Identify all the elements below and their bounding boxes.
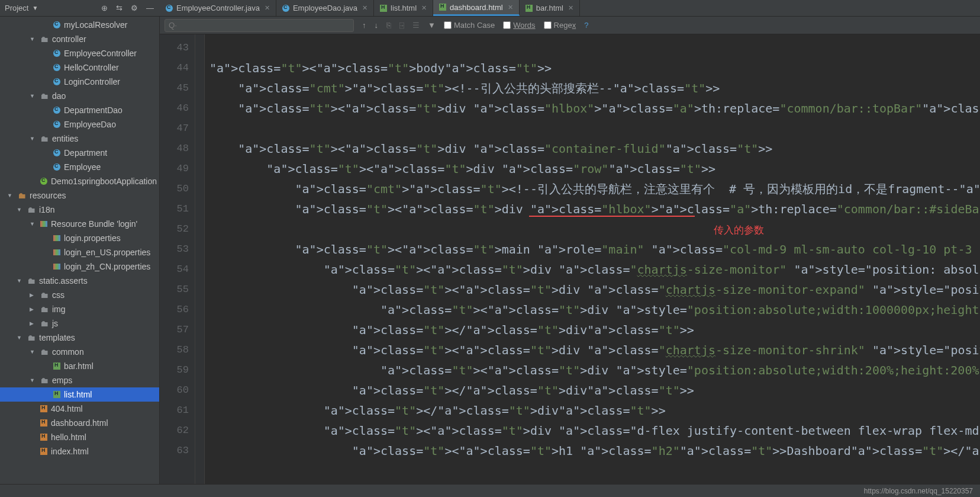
match-case-checkbox[interactable]: Match Case <box>444 21 495 30</box>
find-bar: ↑ ↓ ⎘ ⍈ ☰ ▼ Match Case Words Regex ? <box>160 17 980 34</box>
words-checkbox[interactable]: Words <box>503 21 535 30</box>
tree-node-dao[interactable]: ▼🖿dao <box>0 89 159 103</box>
tree-node-img[interactable]: ▶🖿img <box>0 302 159 316</box>
tree-node-resource-bundle-login-[interactable]: ▼Resource Bundle 'login' <box>0 217 159 231</box>
chevron-down-icon[interactable]: ▼ <box>30 93 37 99</box>
help-icon[interactable]: ? <box>584 21 588 30</box>
fold-strip[interactable] <box>195 34 205 484</box>
chevron-right-icon[interactable]: ▶ <box>30 292 37 298</box>
tree-node-label: dashboard.html <box>51 418 108 428</box>
tree-node-employeecontroller[interactable]: EmployeeController <box>0 46 159 60</box>
param-annotation-label: 传入的参数 <box>714 220 764 241</box>
html-file-icon <box>40 405 47 412</box>
tree-node-label: EmployeeController <box>64 49 137 58</box>
tree-node-label: dao <box>52 91 66 101</box>
chevron-right-icon[interactable]: ▶ <box>30 320 37 326</box>
project-tree[interactable]: myLocalResolver▼🖿controllerEmployeeContr… <box>0 17 159 484</box>
close-icon[interactable]: ✕ <box>508 4 513 11</box>
gear-icon[interactable] <box>131 4 138 12</box>
match-case-label: Match Case <box>454 21 495 30</box>
chevron-down-icon[interactable]: ▼ <box>17 207 24 213</box>
close-icon[interactable]: ✕ <box>362 4 368 12</box>
tree-node-templates[interactable]: ▼🖿templates <box>0 331 159 345</box>
select-all-icon[interactable]: ☰ <box>412 21 420 30</box>
close-icon[interactable]: ✕ <box>421 4 427 12</box>
close-icon[interactable]: ✕ <box>265 4 270 12</box>
hide-icon[interactable]: — <box>146 4 154 12</box>
line-gutter[interactable]: 4344454647484950515253545556575859606162… <box>160 34 195 484</box>
code-content[interactable]: 传入的参数 "a">class="t"><"a">class="t">body"… <box>205 34 980 484</box>
project-tool-label[interactable]: Project ▼ ⊕ ⇆ — <box>0 0 160 16</box>
next-match-icon[interactable]: ↓ <box>375 21 379 30</box>
chevron-down-icon[interactable]: ▼ <box>30 36 37 42</box>
tree-node-index-html[interactable]: index.html <box>0 444 159 458</box>
close-icon[interactable]: ✕ <box>568 4 573 12</box>
tree-node-list-html[interactable]: list.html <box>0 387 159 402</box>
html-file-icon <box>380 5 387 12</box>
tree-node-i18n[interactable]: ▼🖿i18n <box>0 203 159 217</box>
tree-node-dashboard-html[interactable]: dashboard.html <box>0 416 159 430</box>
folder-icon: 🖿 <box>40 91 49 101</box>
filter-icon[interactable]: ▼ <box>428 21 436 30</box>
tree-node-emps[interactable]: ▼🖿emps <box>0 373 159 387</box>
locate-icon[interactable]: ⊕ <box>101 4 108 12</box>
tab-employeecontroller-java[interactable]: EmployeeController.java✕ <box>160 0 276 16</box>
tree-node-department[interactable]: Department <box>0 146 159 160</box>
tree-node-hello-html[interactable]: hello.html <box>0 430 159 444</box>
tree-node-label: emps <box>52 376 72 385</box>
add-selection-icon[interactable]: ⍈ <box>399 21 404 30</box>
folder-icon: 🖿 <box>40 376 49 385</box>
tree-node-label: templates <box>39 333 75 342</box>
tree-node-label: img <box>52 304 66 314</box>
tree-node-login-properties[interactable]: login.properties <box>0 231 159 245</box>
tree-node-entities[interactable]: ▼🖿entities <box>0 132 159 146</box>
tree-node-label: bar.html <box>64 361 94 371</box>
tab-label: bar.html <box>536 4 563 12</box>
tree-node-js[interactable]: ▶🖿js <box>0 316 159 331</box>
tree-node-mylocalresolver[interactable]: myLocalResolver <box>0 18 159 32</box>
chevron-right-icon[interactable]: ▶ <box>30 306 37 312</box>
chevron-down-icon[interactable]: ▼ <box>17 278 24 284</box>
tab-bar-html[interactable]: bar.html✕ <box>520 0 580 16</box>
tree-node-departmentdao[interactable]: DepartmentDao <box>0 103 159 117</box>
tree-node-label: resources <box>30 191 66 200</box>
tab-label: dashboard.html <box>450 3 503 12</box>
folder-icon: 🖿 <box>40 319 49 328</box>
tree-node-bar-html[interactable]: bar.html <box>0 359 159 373</box>
code-area[interactable]: 4344454647484950515253545556575859606162… <box>160 34 980 484</box>
folder-icon: 🖿 <box>40 304 49 314</box>
chevron-down-icon[interactable]: ▼ <box>30 377 37 383</box>
tree-node-employee[interactable]: Employee <box>0 160 159 174</box>
chevron-down-icon[interactable]: ▼ <box>30 136 37 142</box>
tree-node-login_zh_cn-properties[interactable]: login_zh_CN.properties <box>0 259 159 274</box>
regex-checkbox[interactable]: Regex <box>544 21 576 30</box>
tree-node-demo1springbootapplication[interactable]: Demo1springbootApplication <box>0 174 159 188</box>
chevron-down-icon[interactable]: ▼ <box>30 349 37 355</box>
tree-node-controller[interactable]: ▼🖿controller <box>0 32 159 46</box>
titlebar: Project ▼ ⊕ ⇆ — EmployeeController.java✕… <box>0 0 980 17</box>
tree-node-common[interactable]: ▼🖿common <box>0 345 159 359</box>
chevron-down-icon[interactable]: ▼ <box>17 335 24 341</box>
search-input[interactable] <box>165 19 354 32</box>
tab-list-html[interactable]: list.html✕ <box>374 0 433 16</box>
tab-employeedao-java[interactable]: EmployeeDao.java✕ <box>276 0 374 16</box>
folder-icon: 🖿 <box>27 333 36 342</box>
java-file-icon <box>166 5 173 12</box>
tree-node-404-html[interactable]: 404.html <box>0 402 159 416</box>
words-label: Words <box>513 21 535 30</box>
tree-node-resources[interactable]: ▼🖿resources <box>0 188 159 203</box>
folder-icon: 🖿 <box>40 347 49 357</box>
tree-node-logincontroller[interactable]: LoginController <box>0 75 159 89</box>
collapse-icon[interactable]: ⇆ <box>116 4 122 12</box>
tree-node-css[interactable]: ▶🖿css <box>0 288 159 302</box>
tree-node-static-asserts[interactable]: ▼🖿static.asserts <box>0 274 159 288</box>
tree-node-login_en_us-properties[interactable]: login_en_US.properties <box>0 245 159 259</box>
tree-node-hellocontroller[interactable]: HelloController <box>0 60 159 75</box>
tree-node-employeedao[interactable]: EmployeeDao <box>0 117 159 132</box>
chevron-down-icon[interactable]: ▼ <box>7 193 14 198</box>
find-action-icon[interactable]: ⎘ <box>386 21 391 30</box>
prev-match-icon[interactable]: ↑ <box>362 21 366 30</box>
tree-node-label: Employee <box>64 162 101 172</box>
tab-dashboard-html[interactable]: dashboard.html✕ <box>433 0 520 16</box>
chevron-down-icon[interactable]: ▼ <box>30 221 37 227</box>
